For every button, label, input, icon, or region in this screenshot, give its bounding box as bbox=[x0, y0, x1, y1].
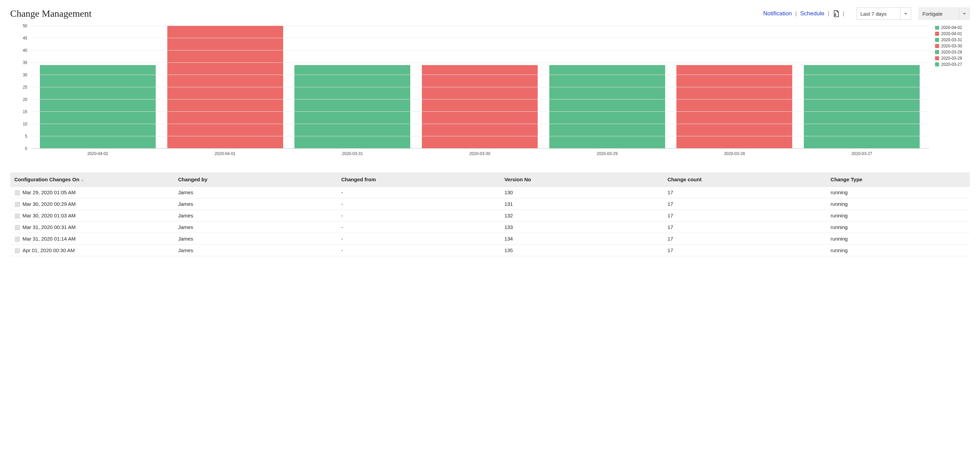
legend-item[interactable]: 2020-04-02 bbox=[935, 26, 970, 30]
grid-line bbox=[31, 62, 929, 63]
table-cell: Mar 30, 2020 01:03 AM bbox=[10, 210, 173, 221]
x-tick-label: 2020-03-30 bbox=[422, 151, 538, 156]
legend-label: 2020-03-29 bbox=[941, 50, 962, 54]
table-cell: - bbox=[336, 210, 500, 221]
table-cell: 17 bbox=[663, 187, 826, 198]
legend-item[interactable]: 2020-03-29 bbox=[935, 50, 970, 54]
table-cell: 133 bbox=[500, 221, 663, 233]
grid-line bbox=[31, 124, 929, 124]
cell-text: Apr 01, 2020 00:30 AM bbox=[22, 247, 75, 253]
table-cell: Apr 01, 2020 00:30 AM bbox=[10, 245, 173, 256]
time-range-dropdown[interactable]: Last 7 days bbox=[857, 8, 911, 20]
y-tick-label: 0 bbox=[25, 146, 27, 151]
grid-line bbox=[31, 75, 929, 75]
col-change-count[interactable]: Change count bbox=[663, 172, 826, 187]
x-tick-label: 2020-03-27 bbox=[804, 151, 920, 156]
schedule-link[interactable]: Schedule bbox=[800, 10, 824, 17]
config-file-icon bbox=[15, 237, 20, 242]
y-tick-label: 25 bbox=[23, 85, 27, 90]
grid-line bbox=[31, 38, 929, 38]
grid-line bbox=[31, 25, 929, 26]
pdf-export-icon[interactable] bbox=[833, 10, 840, 18]
legend-label: 2020-04-01 bbox=[941, 31, 962, 36]
col-config-changes-on[interactable]: Configuration Changes On▲ bbox=[10, 172, 173, 187]
header-controls: Notification | Schedule | | Last 7 days … bbox=[763, 8, 970, 20]
legend-label: 2020-03-31 bbox=[941, 38, 962, 42]
legend-swatch bbox=[935, 38, 939, 42]
device-label: Fortigate bbox=[923, 11, 942, 17]
table-row[interactable]: Mar 29, 2020 01:05 AMJames-13017running bbox=[10, 187, 970, 198]
x-tick-label: 2020-03-29 bbox=[549, 151, 665, 156]
bar-slot bbox=[40, 26, 156, 148]
table-row[interactable]: Apr 01, 2020 00:30 AMJames-13517running bbox=[10, 245, 970, 256]
cell-text: Mar 30, 2020 01:03 AM bbox=[22, 213, 76, 218]
legend-item[interactable]: 2020-03-30 bbox=[935, 44, 970, 48]
legend-swatch bbox=[935, 26, 939, 30]
notification-link[interactable]: Notification bbox=[763, 10, 792, 17]
y-tick-label: 5 bbox=[25, 134, 27, 138]
table-row[interactable]: Mar 31, 2020 00:31 AMJames-13317running bbox=[10, 221, 970, 233]
table-cell: Mar 30, 2020 00:29 AM bbox=[10, 198, 173, 210]
table-cell: Mar 31, 2020 01:14 AM bbox=[10, 233, 173, 245]
bar-slot bbox=[294, 26, 410, 148]
col-change-type[interactable]: Change Type bbox=[826, 172, 970, 187]
device-dropdown[interactable]: Fortigate bbox=[919, 8, 970, 20]
y-tick-label: 35 bbox=[23, 60, 27, 65]
bar-slot bbox=[804, 26, 920, 148]
cell-text: Mar 29, 2020 01:05 AM bbox=[22, 189, 76, 195]
grid-line bbox=[31, 50, 929, 51]
sort-asc-icon: ▲ bbox=[81, 178, 84, 182]
table-row[interactable]: Mar 30, 2020 01:03 AMJames-13217running bbox=[10, 210, 970, 221]
table-cell: running bbox=[826, 187, 970, 198]
table-cell: James bbox=[173, 245, 337, 256]
legend-label: 2020-03-28 bbox=[941, 56, 962, 60]
legend-item[interactable]: 2020-04-01 bbox=[935, 31, 970, 36]
y-tick-label: 15 bbox=[23, 109, 27, 114]
table-cell: James bbox=[173, 198, 337, 210]
bar-slot bbox=[422, 26, 538, 148]
legend-item[interactable]: 2020-03-28 bbox=[935, 56, 970, 60]
y-tick-label: 20 bbox=[23, 97, 27, 102]
table-cell: running bbox=[826, 245, 970, 256]
table-cell: running bbox=[826, 198, 970, 210]
legend-swatch bbox=[935, 32, 939, 36]
chart-container: 05101520253035404550 2020-04-022020-04-0… bbox=[10, 26, 970, 159]
table-cell: - bbox=[336, 187, 500, 198]
chart-legend: 2020-04-022020-04-012020-03-312020-03-30… bbox=[929, 26, 970, 159]
x-tick-label: 2020-03-31 bbox=[294, 151, 410, 156]
chart-bar[interactable] bbox=[167, 26, 283, 148]
grid-line bbox=[31, 87, 929, 87]
legend-swatch bbox=[935, 56, 939, 60]
table-header-row: Configuration Changes On▲ Changed by Cha… bbox=[10, 172, 970, 187]
config-file-icon bbox=[15, 214, 20, 218]
legend-item[interactable]: 2020-03-31 bbox=[935, 38, 970, 42]
col-changed-by[interactable]: Changed by bbox=[173, 172, 337, 187]
table-cell: - bbox=[336, 233, 500, 245]
separator: | bbox=[795, 10, 797, 17]
separator: | bbox=[843, 10, 845, 17]
grid-line bbox=[31, 111, 929, 112]
x-tick-label: 2020-04-02 bbox=[40, 151, 156, 156]
legend-item[interactable]: 2020-03-27 bbox=[935, 62, 970, 67]
col-version-no[interactable]: Version No bbox=[500, 172, 663, 187]
chart-plot-area bbox=[31, 26, 929, 148]
table-cell: running bbox=[826, 210, 970, 221]
chevron-down-icon bbox=[904, 13, 907, 15]
table-cell: running bbox=[826, 221, 970, 233]
y-tick-label: 30 bbox=[23, 73, 27, 77]
table-cell: James bbox=[173, 210, 337, 221]
table-cell: running bbox=[826, 233, 970, 245]
chart-y-axis: 05101520253035404550 bbox=[10, 26, 31, 148]
cell-text: Mar 31, 2020 01:14 AM bbox=[22, 236, 76, 242]
grid-line bbox=[31, 99, 929, 100]
table-cell: James bbox=[173, 187, 337, 198]
table-cell: - bbox=[336, 198, 500, 210]
table-cell: 17 bbox=[663, 221, 826, 233]
col-changed-from[interactable]: Changed from bbox=[336, 172, 500, 187]
table-cell: James bbox=[173, 221, 337, 233]
table-cell: 17 bbox=[663, 245, 826, 256]
table-row[interactable]: Mar 31, 2020 01:14 AMJames-13417running bbox=[10, 233, 970, 245]
table-cell: 17 bbox=[663, 210, 826, 221]
table-row[interactable]: Mar 30, 2020 00:29 AMJames-13117running bbox=[10, 198, 970, 210]
config-file-icon bbox=[15, 248, 20, 253]
